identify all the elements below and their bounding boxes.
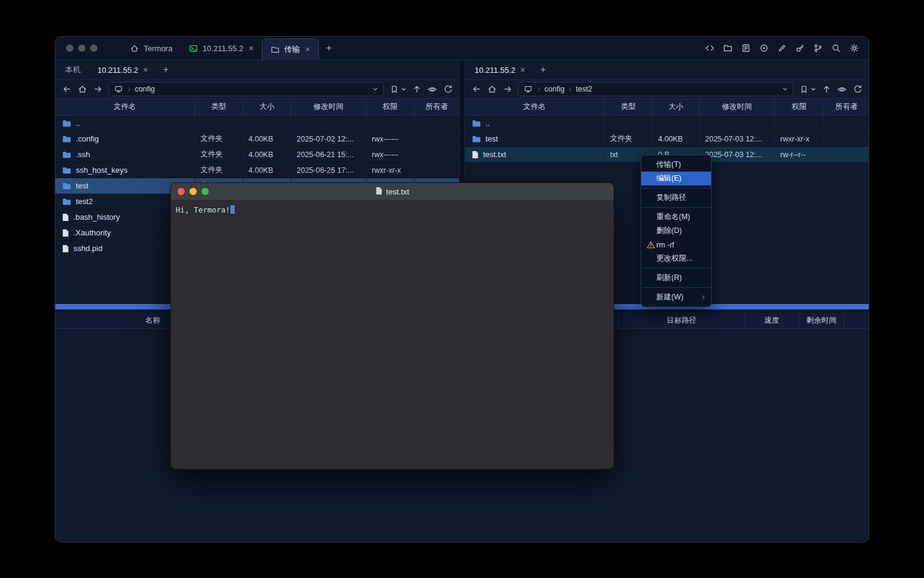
close-tab-icon[interactable]: × (520, 66, 525, 74)
transfer-column-target-path[interactable]: 目标路径 (618, 312, 745, 328)
bookmark-caret-icon[interactable] (401, 87, 406, 92)
tab-host[interactable]: 10.211.55.2 × (180, 37, 262, 60)
folder-icon (62, 197, 72, 206)
edit-icon[interactable] (777, 43, 787, 54)
right-breadcrumb[interactable]: config test2 (518, 82, 793, 96)
file-cell: 文件夹 (195, 131, 243, 146)
folder-icon (62, 135, 72, 143)
home-icon[interactable] (77, 84, 87, 95)
file-icon (62, 213, 69, 222)
file-row-config[interactable]: .config文件夹4.00KB2025-07-02 12:...rwx----… (55, 131, 459, 147)
minimize-button[interactable] (78, 45, 85, 52)
forward-icon[interactable] (93, 84, 103, 95)
transfer-column-eta[interactable]: 剩余时间 (799, 312, 845, 328)
editor-minimize-button[interactable] (189, 188, 197, 195)
column-header[interactable]: 权限 (775, 99, 824, 115)
editor-close-button[interactable] (177, 188, 185, 195)
record-icon[interactable] (759, 43, 769, 54)
pane-tab-host[interactable]: 10.211.55.2 × (466, 60, 534, 79)
search-icon[interactable] (831, 43, 841, 54)
menu-item-label: 新建(W) (656, 292, 700, 302)
column-header[interactable]: 类型 (605, 99, 653, 115)
close-button[interactable] (66, 45, 73, 52)
chevron-down-icon[interactable] (372, 85, 379, 93)
file-cell (414, 147, 459, 162)
file-name: sshd.pid (73, 244, 102, 253)
file-row-ssh[interactable]: .ssh文件夹4.00KB2025-06-21 15:...rwx------ (55, 147, 459, 163)
left-breadcrumb[interactable]: config (108, 82, 384, 96)
editor-zoom-button[interactable] (202, 188, 209, 195)
menu-item-rename[interactable]: 重命名(M) (641, 210, 711, 224)
menu-item-new[interactable]: 新建(W) (641, 290, 711, 304)
key-icon[interactable] (795, 43, 805, 54)
breadcrumb-separator-icon (536, 87, 541, 92)
bookmark-caret-icon[interactable] (811, 87, 816, 92)
pane-new-tab-button[interactable]: + (534, 60, 552, 79)
column-header[interactable]: 修改时间 (700, 99, 775, 115)
file-row-parent[interactable]: .. (55, 116, 459, 131)
tab-label: 10.211.55.2 (203, 44, 244, 53)
menu-item-copy-path[interactable]: 复制路径 (641, 191, 711, 205)
home-icon[interactable] (487, 84, 497, 95)
column-header[interactable]: 类型 (195, 99, 243, 115)
editor-content[interactable]: Hi, Termora! (171, 200, 614, 469)
folder-icon[interactable] (722, 43, 733, 54)
close-tab-icon[interactable]: × (143, 66, 148, 74)
menu-item-refresh[interactable]: 刷新(R) (641, 271, 711, 285)
branch-icon[interactable] (813, 43, 823, 54)
show-hidden-eye-icon[interactable] (837, 84, 847, 95)
file-cell (291, 116, 366, 131)
show-hidden-eye-icon[interactable] (427, 84, 437, 95)
menu-item-edit[interactable]: 编辑(E) (641, 172, 711, 185)
back-icon[interactable] (61, 84, 72, 95)
close-tab-icon[interactable]: × (306, 45, 310, 54)
column-header[interactable]: 权限 (366, 99, 414, 115)
refresh-icon[interactable] (443, 84, 453, 95)
column-header[interactable]: 文件名 (465, 99, 605, 115)
file-name: .bash_history (73, 213, 120, 222)
menu-item-delete[interactable]: 删除(D) (641, 224, 711, 238)
upload-icon[interactable] (821, 84, 831, 95)
file-cell (366, 116, 414, 131)
breadcrumb-item[interactable]: config (135, 85, 155, 93)
home-icon (129, 43, 140, 54)
refresh-icon[interactable] (852, 84, 863, 95)
menu-item-rm-rf[interactable]: rm -rf (641, 238, 711, 252)
column-header[interactable]: 所有者 (824, 99, 869, 115)
pane-tab-host[interactable]: 10.211.55.2 × (89, 60, 156, 79)
menu-item-transfer[interactable]: 传输(T) (641, 158, 711, 172)
file-icon (472, 151, 479, 159)
chevron-down-icon[interactable] (781, 85, 789, 93)
menu-item-chmod[interactable]: 更改权限... (641, 252, 711, 266)
breadcrumb-item[interactable]: test2 (576, 85, 592, 93)
column-header[interactable]: 文件名 (55, 99, 195, 115)
column-header[interactable]: 修改时间 (291, 99, 366, 115)
forward-icon[interactable] (502, 84, 513, 95)
close-tab-icon[interactable]: × (248, 44, 253, 52)
transfer-column-speed[interactable]: 速度 (745, 312, 799, 328)
column-header[interactable]: 大小 (243, 99, 291, 115)
code-icon[interactable] (704, 43, 715, 54)
column-header[interactable]: 所有者 (414, 99, 459, 115)
tab-termora[interactable]: Termora (122, 37, 180, 60)
file-cell: 2025-07-03 12:... (700, 131, 775, 146)
breadcrumb-item[interactable]: config (544, 85, 564, 93)
settings-icon[interactable] (849, 43, 859, 54)
bookmark-icon[interactable] (799, 84, 809, 95)
log-icon[interactable] (741, 43, 751, 54)
file-row-ssh-host-keys[interactable]: ssh_host_keys文件夹4.00KB2025-06-26 17:...r… (55, 163, 459, 178)
tab-label: 传输 (285, 44, 300, 55)
column-header[interactable]: 大小 (653, 99, 700, 115)
new-tab-button[interactable]: + (319, 37, 339, 60)
breadcrumb-separator-icon (126, 87, 132, 92)
back-icon[interactable] (471, 84, 481, 95)
zoom-button[interactable] (90, 45, 97, 52)
upload-icon[interactable] (411, 84, 422, 95)
bookmark-icon[interactable] (389, 84, 399, 95)
file-row-test[interactable]: test文件夹4.00KB2025-07-03 12:...rwxr-xr-x (465, 131, 869, 147)
file-row-parent[interactable]: .. (465, 116, 869, 131)
pane-tab-local[interactable]: 本机 (57, 60, 89, 79)
transfer-column-end (845, 312, 869, 328)
pane-new-tab-button[interactable]: + (156, 60, 175, 79)
tab-transfer[interactable]: 传输 × (262, 39, 319, 60)
